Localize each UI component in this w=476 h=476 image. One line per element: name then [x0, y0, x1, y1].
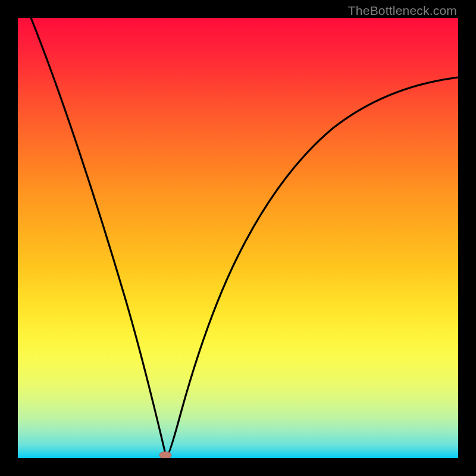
curve-layer: [18, 18, 458, 458]
plot-area: [18, 18, 458, 458]
minimum-marker: [159, 452, 171, 458]
bottleneck-curve: [31, 18, 458, 456]
chart-frame: TheBottleneck.com: [0, 0, 476, 476]
watermark-text: TheBottleneck.com: [348, 4, 457, 18]
